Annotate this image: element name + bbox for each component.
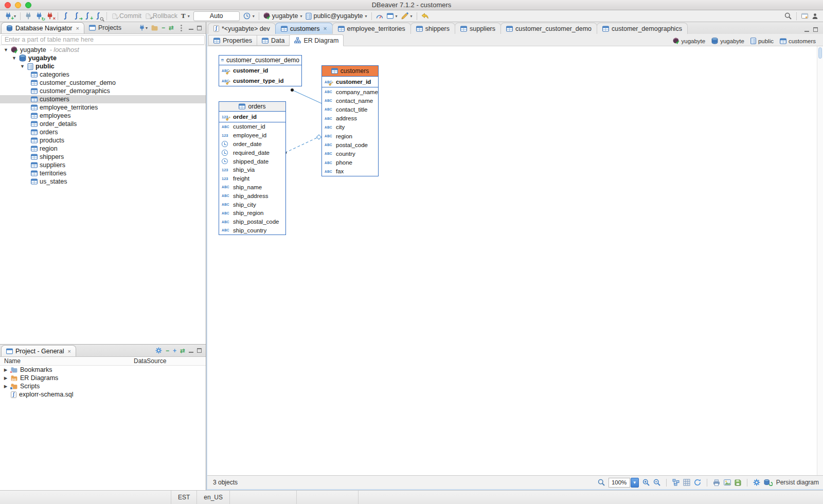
tab-projects[interactable]: Projects: [84, 22, 126, 33]
reconnect-button[interactable]: ↻: [34, 11, 44, 21]
entity-column[interactable]: customer_id: [219, 122, 285, 131]
project-item-scripts[interactable]: ▶ Scripts: [0, 382, 206, 390]
arrange-diagram-icon[interactable]: [672, 479, 679, 486]
refresh-diagram-icon[interactable]: [694, 479, 701, 486]
er-diagram-canvas[interactable]: customer_customer_demo customer_id: [207, 46, 823, 475]
breadcrumb-schema[interactable]: public: [750, 38, 774, 44]
entity-column[interactable]: region: [322, 132, 378, 140]
breadcrumb-database[interactable]: yugabyte: [711, 38, 744, 44]
tree-item-connection[interactable]: ▼ yugabyte - localhost: [0, 46, 206, 54]
tab-close-icon[interactable]: ×: [323, 25, 327, 32]
expand-arrow-icon[interactable]: ▶: [3, 384, 8, 389]
view-menu-icon[interactable]: [181, 27, 182, 29]
editor-tab[interactable]: shippers ×: [410, 23, 455, 34]
recent-sql-editor-button[interactable]: ➜: [71, 11, 82, 21]
tree-item-table[interactable]: us_states: [0, 177, 206, 186]
tree-item-table[interactable]: employee_territories: [0, 103, 206, 112]
scrollbar-thumb[interactable]: [818, 47, 822, 59]
zoom-out-icon[interactable]: [653, 479, 660, 486]
new-folder-icon[interactable]: [151, 25, 158, 31]
entity-column[interactable]: ship_address: [219, 191, 285, 200]
entity-column[interactable]: company_name: [322, 87, 378, 96]
entity-column[interactable]: phone: [322, 158, 378, 167]
entity-column[interactable]: customer_type_id: [219, 76, 301, 86]
project-item-bookmarks[interactable]: ▶ Bookmarks: [0, 366, 206, 374]
tree-item-database[interactable]: ▼ yugabyte: [0, 54, 206, 62]
gear-icon[interactable]: [155, 347, 162, 354]
editor-tab[interactable]: employee_territories ×: [332, 23, 411, 34]
entity-column[interactable]: address: [322, 114, 378, 123]
tree-item-table[interactable]: products: [0, 136, 206, 145]
breadcrumb-table[interactable]: customers: [780, 38, 816, 44]
entity-column[interactable]: required_date: [219, 148, 285, 157]
minimize-view-icon[interactable]: [189, 26, 193, 30]
entity-column[interactable]: ship_postal_code: [219, 218, 285, 226]
tree-item-schema[interactable]: ▼ public: [0, 62, 206, 70]
expand-arrow-icon[interactable]: ▶: [3, 375, 8, 381]
relationship-orders-customers[interactable]: [285, 137, 318, 153]
entity-column[interactable]: ship_name: [219, 183, 285, 192]
entity-column[interactable]: ship_city: [219, 200, 285, 209]
export-image-icon[interactable]: [724, 479, 731, 485]
tree-item-table[interactable]: region: [0, 145, 206, 153]
tree-item-table[interactable]: customers: [0, 95, 206, 103]
paint-settings-button[interactable]: ▾: [400, 11, 414, 21]
column-name[interactable]: Name: [0, 357, 134, 365]
window-layout-button[interactable]: ▾: [385, 11, 399, 21]
entity-header[interactable]: customer_customer_demo: [219, 56, 301, 65]
entity-column[interactable]: contact_title: [322, 105, 378, 114]
editor-tab[interactable]: *<yugabyte> dev ×: [208, 23, 276, 34]
entity-header[interactable]: orders: [219, 102, 285, 112]
entity-header[interactable]: customers: [322, 66, 378, 77]
tab-data[interactable]: Data: [257, 35, 290, 46]
transaction-mode-button[interactable]: T▾: [180, 11, 191, 21]
save-icon[interactable]: [735, 479, 741, 486]
sql-editor-button[interactable]: [61, 11, 71, 21]
new-connection-small-button[interactable]: ▾: [139, 25, 148, 31]
undo-navigation-button[interactable]: [420, 11, 430, 21]
diagram-settings-gear-icon[interactable]: [753, 479, 760, 486]
entity-column[interactable]: country: [322, 149, 378, 158]
entity-column[interactable]: shipped_date: [219, 157, 285, 166]
persist-diagram-icon[interactable]: [764, 479, 773, 486]
rollback-button[interactable]: ↶ Rollback: [144, 11, 179, 21]
breadcrumb-connection[interactable]: yugabyte: [673, 38, 706, 44]
expand-arrow-icon[interactable]: ▼: [11, 56, 17, 61]
tree-item-table[interactable]: shippers: [0, 153, 206, 161]
vertical-scrollbar[interactable]: [817, 46, 823, 475]
expand-arrow-icon[interactable]: ▼: [20, 64, 25, 69]
zoom-level-combo[interactable]: 100% ▼: [609, 478, 639, 488]
zoom-in-icon[interactable]: [642, 479, 650, 486]
diagram-search-icon[interactable]: [598, 479, 605, 486]
chevron-down-icon[interactable]: ▼: [631, 478, 639, 488]
entity-customer_customer_demo[interactable]: customer_customer_demo customer_id: [219, 55, 302, 86]
editor-tab[interactable]: customer_customer_demo ×: [500, 23, 597, 34]
maximize-view-icon[interactable]: [197, 348, 202, 353]
new-sql-editor-button[interactable]: +: [82, 11, 93, 21]
entity-column[interactable]: order_date: [219, 140, 285, 149]
relationship-customer_customer_demo-customers[interactable]: [292, 90, 321, 103]
tab-close-icon[interactable]: ×: [67, 348, 70, 354]
persist-diagram-label[interactable]: Persist diagram: [776, 479, 819, 486]
entity-orders[interactable]: orders order_id: [219, 101, 286, 235]
disconnect-button[interactable]: ×: [45, 11, 55, 21]
transaction-log-button[interactable]: ▾: [242, 11, 256, 21]
link-with-editor-icon[interactable]: ⇄: [180, 347, 185, 354]
column-datasource[interactable]: DataSource: [134, 357, 206, 365]
schema-selector[interactable]: public@yugabyte ▾: [304, 11, 368, 21]
transaction-mode-combo[interactable]: Auto: [193, 11, 240, 21]
tab-er-diagram[interactable]: ER Diagram: [289, 34, 344, 46]
tree-item-table[interactable]: suppliers: [0, 161, 206, 169]
minimize-editor-icon[interactable]: [804, 28, 809, 32]
expand-arrow-icon[interactable]: ▼: [3, 47, 9, 52]
entity-column[interactable]: contact_name: [322, 96, 378, 105]
entity-column[interactable]: ship_via: [219, 166, 285, 174]
expand-all-icon[interactable]: +: [173, 347, 176, 354]
entity-column[interactable]: ship_country: [219, 226, 285, 235]
editor-tab[interactable]: suppliers ×: [455, 23, 501, 34]
tree-item-table[interactable]: orders: [0, 128, 206, 136]
project-item-sql-file[interactable]: explorr-schema.sql: [0, 390, 206, 399]
minimize-view-icon[interactable]: [189, 349, 193, 353]
entity-column[interactable]: fax: [322, 167, 378, 176]
entity-column[interactable]: customer_id: [219, 65, 301, 76]
